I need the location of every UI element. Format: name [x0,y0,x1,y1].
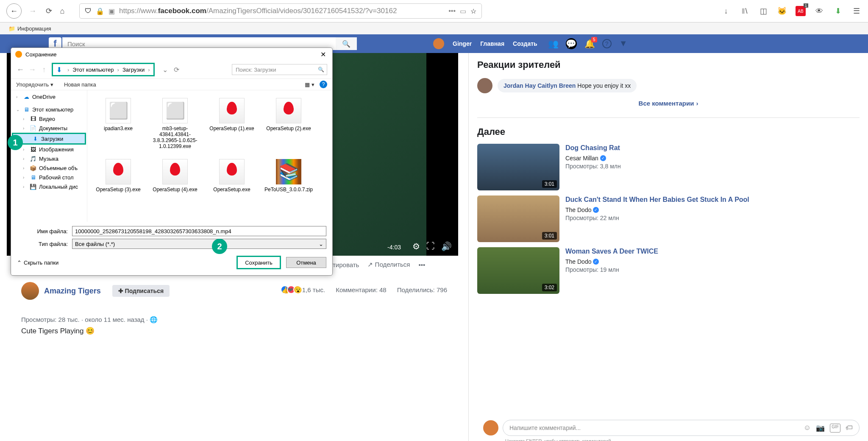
help-icon[interactable]: ? [320,81,327,88]
tree-volumes[interactable]: ›📦Объемные объ [11,163,87,173]
reactions-count[interactable]: 1,6 тыс. [302,286,325,293]
tree-downloads[interactable]: ⬇Загрузки [12,133,86,145]
adblock-icon[interactable]: AB1 [796,6,806,16]
menu-icon[interactable]: ☰ [851,6,862,16]
cancel-button[interactable]: Отмена [286,257,326,268]
bookmark-star-icon[interactable]: ☆ [470,7,476,15]
comment-bubble: Jordan Hay Caitlyn Breen Hope you enjoy … [498,79,637,92]
home-button[interactable]: ⌂ [57,6,67,16]
tree-images[interactable]: ›🖼Изображения [11,145,87,154]
all-comments-link[interactable]: Все комментарии › [477,100,860,107]
tree-localdisk[interactable]: ›💾Локальный дис [11,182,87,191]
dropdown-icon[interactable]: ▼ [619,39,629,49]
tree-documents[interactable]: ›📄Документы [11,123,87,133]
gif-icon[interactable]: GIF [830,424,840,433]
video-title[interactable]: Woman Saves A Deer TWICE [565,247,860,256]
forward-button[interactable]: → [25,3,40,19]
action-icon[interactable]: ↓ [721,6,731,16]
tree-video[interactable]: ›🎞Видео [11,114,87,123]
tree-desktop[interactable]: ›🖥Рабочий стол [11,173,87,182]
messenger-icon[interactable]: 💬 [566,38,577,49]
url-bar[interactable]: 🛡 🔒 ▣ https://www.facebook.com/AmazingTi… [79,3,482,19]
nav-back[interactable]: ← [16,65,25,74]
fb-user-avatar[interactable] [433,38,444,49]
reaction-icons[interactable]: 👍 ❤ 😮 [281,285,300,294]
video-title[interactable]: Duck Can't Stand It When Her Babies Get … [565,195,860,204]
ext2-icon[interactable]: 👁 [814,6,824,16]
fullscreen-icon[interactable]: ⛶ [426,241,435,251]
file-item[interactable]: OperaSetup (2).exe [261,94,316,153]
settings-icon[interactable]: ⚙ [412,241,420,251]
download-icon[interactable]: ⬇ [833,6,843,16]
nav-forward[interactable]: → [28,65,36,74]
video-thumbnail[interactable]: 3:02 [477,247,559,294]
fb-nav-create[interactable]: Создать [513,40,537,47]
library-icon[interactable]: ⦀\ [740,6,750,16]
breadcrumb[interactable]: ⬇ › Этот компьютер › Загрузки › [52,63,155,76]
tree-this-pc[interactable]: ⌄🖥Этот компьютер [11,105,87,114]
filename-label: Имя файла: [17,228,72,234]
filetype-label: Тип файла: [17,241,72,247]
help-icon[interactable]: ? [602,39,612,48]
save-button[interactable]: Сохранить [236,256,281,269]
nav-up[interactable]: ↑ [40,65,48,74]
fb-user-name[interactable]: Ginger [453,40,472,47]
file-item[interactable]: 📚PeToUSB_3.0.0.7.zip [261,155,316,214]
file-item[interactable]: OperaSetup.exe [204,155,259,214]
dropdown-icon[interactable]: ⌄ [162,66,168,74]
friends-icon[interactable]: 👥 [548,39,558,49]
share-action[interactable]: ↗ Поделиться [367,261,410,268]
comment-action[interactable]: тировать [333,261,359,268]
back-button[interactable]: ← [6,3,22,19]
ext1-icon[interactable]: 🐱 [777,6,787,16]
close-button[interactable]: ✕ [318,50,328,59]
video-title[interactable]: Dog Chasing Rat [565,144,860,153]
verified-icon: ✓ [593,259,599,265]
organize-menu[interactable]: Упорядочить ▾ [16,81,53,88]
bookmark-label[interactable]: Информация [17,25,51,32]
sidebar-icon[interactable]: ◫ [758,6,768,16]
subscribe-button[interactable]: ✚ Подписаться [112,285,170,297]
comment-input[interactable]: Напишите комментарий... ☺ 📷 GIF 🏷 [503,420,860,436]
hide-folders-toggle[interactable]: ⌃ Скрыть папки [17,260,58,266]
filetype-select[interactable]: Все файлы (*.*)⌄ [72,239,326,249]
volume-icon[interactable]: 🔊 [441,241,452,251]
sticker-icon[interactable]: 🏷 [846,424,853,433]
post-meta: Просмотры: 28 тыс. · около 11 мес. назад… [21,316,158,324]
video-item[interactable]: 3:01 Duck Can't Stand It When Her Babies… [477,195,860,242]
author-avatar[interactable] [21,282,39,300]
file-item[interactable]: OperaSetup (4).exe [147,155,203,214]
my-avatar[interactable] [483,420,498,435]
video-item[interactable]: 3:01 Dog Chasing Rat Cesar Millan ✓ Прос… [477,144,860,190]
fb-nav-home[interactable]: Главная [480,40,504,47]
video-time: -4:03 [387,244,401,251]
tree-onedrive[interactable]: ›☁OneDrive [11,92,87,101]
view-icon[interactable]: ▦ ▾ [305,81,314,88]
file-item[interactable]: OperaSetup (3).exe [91,155,146,214]
fb-search-button[interactable]: 🔍 [336,37,357,50]
commenter-avatar[interactable] [477,78,492,93]
file-item[interactable]: ⬜ipadian3.exe [91,94,146,153]
new-folder-button[interactable]: Новая папка [64,81,96,88]
camera-icon[interactable]: 📷 [816,424,825,433]
notifications-icon[interactable]: 🔔5 [584,39,595,49]
reader-icon[interactable]: ▭ [460,7,466,15]
author-name[interactable]: Amazing Tigers [44,287,101,296]
video-thumbnail[interactable]: 3:01 [477,195,559,242]
more-action[interactable]: ••• [418,261,425,268]
more-icon[interactable]: ••• [448,7,456,15]
file-item[interactable]: ⬜mb3-setup-43841.43841-3.8.3.2965-1.0.62… [147,94,203,153]
shares-count[interactable]: Поделились: 796 [397,286,447,293]
comments-count[interactable]: Комментарии: 48 [336,286,387,293]
refresh-icon[interactable]: ⟳ [174,66,179,74]
file-grid: ⬜ipadian3.exe ⬜mb3-setup-43841.43841-3.8… [87,90,332,222]
tree-music[interactable]: ›🎵Музыка [11,154,87,163]
post-text: Cute Tigers Playing 😊 [21,327,95,335]
filename-input[interactable] [72,226,326,236]
file-item[interactable]: OperaSetup (1).exe [204,94,259,153]
reload-button[interactable]: ⟳ [44,6,54,16]
video-thumbnail[interactable]: 3:01 [477,144,559,190]
emoji-icon[interactable]: ☺ [804,424,811,433]
dialog-search[interactable]: Поиск: Загрузки [232,64,327,75]
video-item[interactable]: 3:02 Woman Saves A Deer TWICE The Dodo ✓… [477,247,860,294]
